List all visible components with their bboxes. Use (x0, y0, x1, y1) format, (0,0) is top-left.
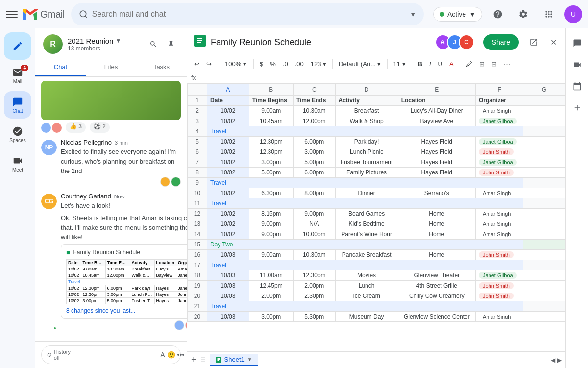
borders-button[interactable]: ⊞ (476, 58, 488, 70)
cell-B3[interactable]: 10.45am (249, 116, 293, 126)
sidebar-item-meet[interactable]: Meet (4, 150, 31, 177)
search-input[interactable] (92, 10, 406, 19)
cell-C12[interactable]: 9.00pm (293, 209, 335, 219)
scroll-right-button[interactable]: ▶ (557, 357, 562, 364)
cell-G16[interactable] (523, 250, 565, 260)
cell-D3[interactable]: Walk & Shop (335, 116, 398, 126)
sheet-list-icon[interactable]: ☰ (200, 357, 206, 364)
cell-C18[interactable]: 12.30pm (293, 270, 335, 281)
cell-G17[interactable] (523, 260, 565, 270)
cell-G22[interactable] (523, 312, 565, 322)
cell-G5[interactable] (523, 137, 565, 147)
cell-D2[interactable]: Breakfast (335, 106, 398, 116)
cell-C7[interactable]: 5.00pm (293, 157, 335, 168)
cell-A22[interactable]: 10/03 (207, 312, 249, 322)
spreadsheet-embed[interactable]: ■ Family Reunion Schedule DateTime Begin… (61, 244, 187, 319)
cell-F8[interactable]: John Smith (475, 168, 523, 178)
cell-F20[interactable]: John Smith (475, 291, 523, 301)
cell-A15[interactable]: Day Two (207, 240, 523, 250)
reaction-thumb[interactable]: 👍 3 (66, 122, 86, 133)
cell-C1[interactable]: Time Ends (293, 96, 335, 106)
font-button[interactable]: Default (Ari... ▾ (336, 58, 384, 70)
help-button[interactable] (488, 4, 508, 24)
cell-G1[interactable] (523, 96, 565, 106)
cell-F7[interactable]: Janet Gilboa (475, 157, 523, 168)
cell-B14[interactable]: 9.00pm (249, 229, 293, 240)
cell-F16[interactable]: John Smith (475, 250, 523, 260)
cell-F12[interactable]: Amar Singh (475, 209, 523, 219)
cell-B20[interactable]: 2.00pm (249, 291, 293, 301)
cell-G10[interactable] (523, 188, 565, 198)
search-bar[interactable]: ▼ (71, 3, 424, 25)
col-header-C[interactable]: C (293, 84, 335, 96)
cell-E2[interactable]: Lucy's All-Day Diner (398, 106, 475, 116)
percent-button[interactable]: % (267, 58, 279, 70)
cell-E5[interactable]: Hayes Field (398, 137, 475, 147)
cell-A21[interactable]: Travel (207, 301, 523, 312)
cell-A18[interactable]: 10/03 (207, 270, 249, 281)
reaction-soccer[interactable]: ⚽ 2 (90, 122, 110, 133)
cell-B6[interactable]: 12.30pm (249, 147, 293, 157)
fill-color-button[interactable]: 🖊 (463, 58, 475, 70)
cell-A8[interactable]: 10/02 (207, 168, 249, 178)
cell-G18[interactable] (523, 270, 565, 281)
cell-A4[interactable]: Travel (207, 126, 523, 137)
col-header-A[interactable]: A (207, 84, 249, 96)
cell-F1[interactable]: Organizer (475, 96, 523, 106)
settings-button[interactable] (514, 4, 533, 24)
cell-D12[interactable]: Board Games (335, 209, 398, 219)
redo-button[interactable]: ↪ (203, 58, 215, 70)
cell-F13[interactable]: Amar Singh (475, 219, 523, 229)
cell-G6[interactable] (523, 147, 565, 157)
decimal1-button[interactable]: .0 (280, 58, 291, 70)
cell-F2[interactable]: Amar Singh (475, 106, 523, 116)
cell-G7[interactable] (523, 157, 565, 168)
cell-A5[interactable]: 10/02 (207, 137, 249, 147)
tab-files[interactable]: Files (86, 58, 136, 76)
cell-D14[interactable]: Parent's Wine Hour (335, 229, 398, 240)
more-options-icon[interactable]: ••• (177, 351, 185, 359)
col-header-G[interactable]: G (523, 84, 565, 96)
col-header-E[interactable]: E (398, 84, 475, 96)
cell-F18[interactable]: Janet Gilboa (475, 270, 523, 281)
cell-E1[interactable]: Location (398, 96, 475, 106)
cell-D22[interactable]: Museum Day (335, 312, 398, 322)
cell-G21[interactable] (523, 301, 565, 312)
pin-button[interactable] (163, 36, 179, 52)
cell-C20[interactable]: 2.30pm (293, 291, 335, 301)
cell-A13[interactable]: 10/02 (207, 219, 249, 229)
number-format-button[interactable]: 123 ▾ (308, 58, 329, 70)
cell-B5[interactable]: 12.30pm (249, 137, 293, 147)
decimal2-button[interactable]: .00 (292, 58, 307, 70)
chat-input[interactable] (75, 351, 157, 359)
cell-D16[interactable]: Pancake Breakfast (335, 250, 398, 260)
col-header-B[interactable]: B (249, 84, 293, 96)
cell-D5[interactable]: Park day! (335, 137, 398, 147)
col-header-F[interactable]: F (475, 84, 523, 96)
cell-B13[interactable]: 9.00pm (249, 219, 293, 229)
col-header-D[interactable]: D (335, 84, 398, 96)
open-in-new-button[interactable] (524, 32, 543, 52)
cell-G14[interactable] (523, 229, 565, 240)
cell-C8[interactable]: 6.00pm (293, 168, 335, 178)
cell-B8[interactable]: 5.00pm (249, 168, 293, 178)
cell-C3[interactable]: 12.00pm (293, 116, 335, 126)
cell-D8[interactable]: Family Pictures (335, 168, 398, 178)
format-icon[interactable]: A (160, 351, 165, 359)
cell-A17[interactable]: Travel (207, 260, 523, 270)
meet-side-icon[interactable] (568, 56, 586, 74)
cell-E6[interactable]: Hayes Field (398, 147, 475, 157)
cell-E14[interactable]: Home (398, 229, 475, 240)
cell-D13[interactable]: Kid's Bedtime (335, 219, 398, 229)
cell-B16[interactable]: 9.00am (249, 250, 293, 260)
cell-E13[interactable]: Home (398, 219, 475, 229)
chat-input-row[interactable]: History off A 🙂 ••• (41, 345, 181, 364)
cell-D10[interactable]: Dinner (335, 188, 398, 198)
cell-A6[interactable]: 10/02 (207, 147, 249, 157)
emoji-icon[interactable]: 🙂 (167, 351, 175, 359)
currency-button[interactable]: $ (257, 58, 266, 70)
undo-button[interactable]: ↩ (191, 58, 202, 70)
search-dropdown-icon[interactable]: ▼ (410, 11, 416, 18)
zoom-button[interactable]: 100% ▾ (221, 58, 250, 70)
cell-G4[interactable] (523, 126, 565, 137)
